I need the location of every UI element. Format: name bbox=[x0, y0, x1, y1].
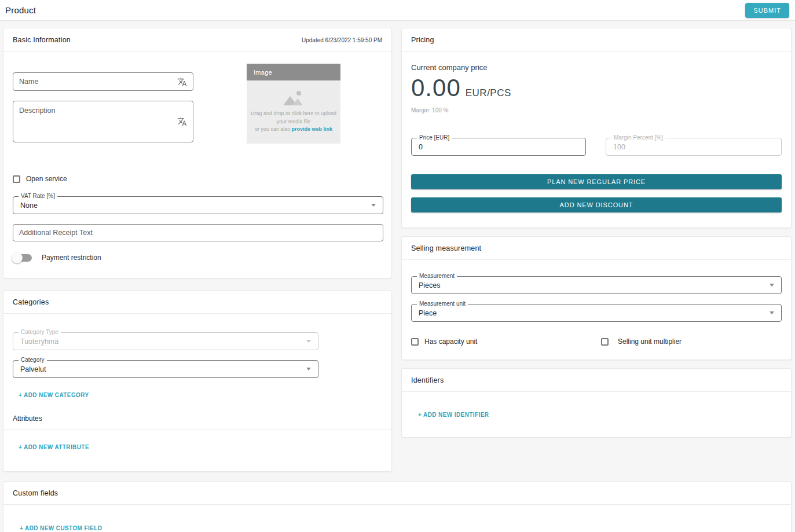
selling-measurement-header: Selling measurement bbox=[402, 237, 791, 260]
measurement-unit-select[interactable]: Measurement unit Piece bbox=[411, 304, 782, 322]
upload-hint-line1: Drag and drop or click here to upload bbox=[251, 110, 336, 118]
payment-restriction-label: Payment restriction bbox=[42, 254, 101, 262]
attributes-divider bbox=[3, 430, 391, 430]
add-new-custom-field-link[interactable]: + ADD NEW CUSTOM FIELD bbox=[20, 525, 102, 531]
identifiers-header: Identifiers bbox=[402, 369, 791, 392]
margin-percent-label: Margin Percent [%] bbox=[611, 134, 665, 141]
selling-measurement-title: Selling measurement bbox=[411, 244, 481, 252]
vat-rate-select[interactable]: VAT Rate [%] None bbox=[13, 196, 383, 214]
updated-timestamp: Updated 6/23/2022 1:59:50 PM bbox=[302, 37, 382, 43]
image-upload-area[interactable]: Image Drag and drop or click here bbox=[247, 64, 340, 144]
upload-hint-line2: your media file bbox=[277, 118, 311, 126]
measurement-unit-value: Piece bbox=[419, 309, 770, 317]
plan-new-regular-price-button[interactable]: PLAN NEW REGULAR PRICE bbox=[411, 174, 782, 189]
measurement-label: Measurement bbox=[417, 273, 457, 279]
name-field-label: Name bbox=[19, 78, 38, 86]
categories-title: Categories bbox=[13, 298, 49, 306]
categories-card: Categories Category Type Tuoteryhmä Cate… bbox=[3, 290, 392, 472]
payment-restriction-toggle[interactable] bbox=[13, 254, 32, 262]
dropdown-arrow-icon bbox=[770, 284, 774, 287]
price-input[interactable] bbox=[419, 143, 578, 151]
pricing-header: Pricing bbox=[402, 28, 791, 52]
translate-icon[interactable] bbox=[177, 117, 187, 127]
category-type-value: Tuoteryhmä bbox=[20, 337, 306, 346]
margin-percent-input bbox=[613, 143, 774, 151]
image-dropzone[interactable]: Drag and drop or click here to upload yo… bbox=[247, 80, 340, 144]
translate-icon[interactable] bbox=[177, 77, 187, 87]
open-service-label: Open service bbox=[26, 175, 67, 183]
provide-web-link[interactable]: provide web link bbox=[292, 126, 333, 132]
basic-information-card: Basic Information Updated 6/23/2022 1:59… bbox=[3, 28, 392, 278]
dropdown-arrow-icon bbox=[306, 340, 311, 343]
name-field[interactable]: Name bbox=[13, 72, 193, 91]
description-field[interactable]: Description bbox=[13, 101, 193, 142]
add-new-category-link[interactable]: + ADD NEW CATEGORY bbox=[19, 392, 89, 398]
category-type-label: Category Type bbox=[19, 329, 61, 335]
current-company-price-label: Current company price bbox=[411, 63, 782, 72]
custom-fields-header: Custom fields bbox=[3, 482, 791, 505]
additional-receipt-label: Additional Receipt Text bbox=[19, 229, 93, 237]
vat-rate-value: None bbox=[20, 201, 371, 210]
measurement-select[interactable]: Measurement Pieces bbox=[411, 276, 782, 294]
toggle-knob bbox=[12, 252, 23, 263]
image-upload-title: Image bbox=[247, 64, 340, 80]
description-field-label: Description bbox=[19, 107, 56, 115]
margin-note: Margin: 100 % bbox=[411, 107, 782, 113]
has-capacity-unit-label: Has capacity unit bbox=[424, 337, 477, 346]
add-new-identifier-link[interactable]: + ADD NEW IDENTIFIER bbox=[418, 412, 489, 418]
upload-hint-line3: or you can also bbox=[255, 126, 290, 132]
selling-unit-multiplier-checkbox[interactable] bbox=[601, 338, 609, 346]
submit-button[interactable]: SUBMIT bbox=[745, 3, 789, 18]
add-new-discount-button[interactable]: ADD NEW DISCOUNT bbox=[411, 197, 782, 212]
selling-unit-multiplier-label: Selling unit multiplier bbox=[618, 337, 682, 346]
basic-information-title: Basic Information bbox=[13, 36, 71, 44]
image-placeholder-icon bbox=[281, 90, 306, 108]
payment-restriction-toggle-row[interactable]: Payment restriction bbox=[13, 254, 101, 262]
dropdown-arrow-icon bbox=[306, 368, 311, 370]
has-capacity-unit-row[interactable]: Has capacity unit bbox=[411, 337, 601, 346]
selling-unit-multiplier-row[interactable]: Selling unit multiplier bbox=[601, 337, 682, 346]
page-title: Product bbox=[5, 5, 36, 15]
open-service-checkbox-row[interactable]: Open service bbox=[13, 175, 67, 183]
top-bar: Product SUBMIT bbox=[0, 0, 795, 21]
vat-rate-label: VAT Rate [%] bbox=[19, 193, 57, 199]
has-capacity-unit-checkbox[interactable] bbox=[411, 338, 419, 346]
category-type-select: Category Type Tuoteryhmä bbox=[13, 332, 318, 350]
open-service-checkbox[interactable] bbox=[13, 175, 20, 183]
margin-percent-field: Margin Percent [%] bbox=[606, 138, 782, 156]
identifiers-card: Identifiers + ADD NEW IDENTIFIER bbox=[401, 368, 792, 438]
category-select[interactable]: Category Palvelut bbox=[13, 360, 318, 378]
selling-measurement-card: Selling measurement Measurement Pieces M… bbox=[401, 236, 792, 360]
basic-information-header: Basic Information Updated 6/23/2022 1:59… bbox=[3, 28, 391, 52]
current-price-value: 0.00 bbox=[411, 74, 461, 102]
dropdown-arrow-icon bbox=[371, 204, 376, 207]
custom-fields-card: Custom fields + ADD NEW CUSTOM FIELD bbox=[3, 481, 792, 532]
custom-fields-title: Custom fields bbox=[13, 489, 58, 497]
measurement-unit-label: Measurement unit bbox=[417, 300, 468, 307]
current-price-unit: EUR/PCS bbox=[466, 87, 511, 99]
categories-header: Categories bbox=[3, 291, 391, 314]
pricing-card: Pricing Current company price 0.00 EUR/P… bbox=[401, 28, 792, 228]
measurement-value: Pieces bbox=[419, 281, 770, 289]
page-content: Basic Information Updated 6/23/2022 1:59… bbox=[0, 21, 795, 532]
category-value: Palvelut bbox=[20, 365, 306, 373]
additional-receipt-input[interactable]: Additional Receipt Text bbox=[13, 224, 383, 241]
price-input-field[interactable]: Price [EUR] bbox=[411, 138, 586, 156]
dropdown-arrow-icon bbox=[770, 311, 774, 314]
add-new-attribute-link[interactable]: + ADD NEW ATTRIBUTE bbox=[19, 444, 89, 450]
pricing-title: Pricing bbox=[411, 36, 434, 44]
identifiers-title: Identifiers bbox=[411, 376, 444, 384]
attributes-title: Attributes bbox=[13, 414, 382, 423]
category-label: Category bbox=[19, 357, 47, 363]
price-input-label: Price [EUR] bbox=[417, 134, 452, 141]
